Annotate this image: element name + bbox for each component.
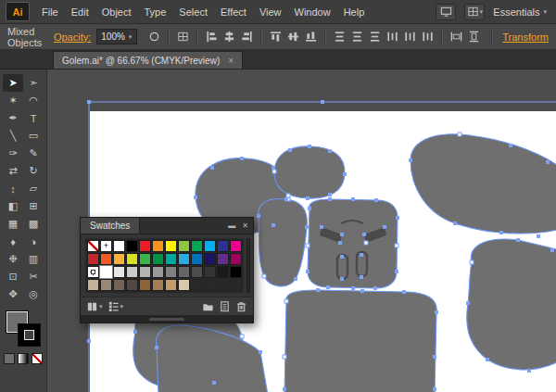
new-swatch-icon[interactable] (219, 300, 231, 312)
none-button[interactable] (32, 353, 43, 364)
menu-view[interactable]: View (253, 4, 288, 20)
opacity-link[interactable]: Opacity: (54, 32, 91, 43)
menu-help[interactable]: Help (337, 4, 372, 20)
panel-collapse-icon[interactable]: ▬ (228, 221, 235, 230)
style-circle-icon[interactable] (146, 29, 162, 44)
swatch-1-2[interactable] (113, 253, 125, 265)
arrange-documents-icon[interactable] (436, 4, 456, 20)
shape-builder-tool[interactable]: ◧ (3, 197, 23, 215)
scale-tool[interactable]: ↕ (3, 180, 23, 197)
blend-tool[interactable]: ◑ (23, 233, 44, 250)
swatch-1-1[interactable] (100, 253, 112, 265)
panel-close-icon[interactable]: ✕ (242, 221, 248, 230)
swatch-2-4[interactable] (139, 266, 151, 278)
slice-tool[interactable]: ✂ (23, 268, 44, 285)
swatch-0-4[interactable] (139, 240, 151, 252)
align-left-icon[interactable] (204, 29, 220, 44)
swatches-panel-titlebar[interactable]: Swatches ▬ ✕ (81, 218, 253, 234)
swatch-2-6[interactable] (165, 266, 177, 278)
swatch-0-11[interactable] (230, 240, 242, 252)
swatch-3-6[interactable] (165, 279, 177, 291)
rotate-tool[interactable]: ↻ (23, 162, 44, 180)
delete-swatch-icon[interactable] (235, 300, 247, 312)
swatch-3-4[interactable] (139, 279, 151, 291)
dist-right-icon[interactable] (420, 29, 436, 44)
dist-bottom-icon[interactable] (367, 29, 383, 44)
dist-center-v-icon[interactable] (349, 29, 365, 44)
swatch-0-8[interactable] (191, 240, 203, 252)
document-tab[interactable]: Golem.ai* @ 66.67% (CMYK/Preview) × (53, 51, 243, 69)
swatch-2-0[interactable] (87, 266, 99, 278)
lasso-tool[interactable]: ◠ (23, 92, 44, 109)
dist-center-h-icon[interactable] (402, 29, 418, 44)
swatch-0-1[interactable]: + (100, 240, 112, 252)
align-bottom-icon[interactable] (303, 29, 319, 44)
align-center-h-icon[interactable] (221, 29, 237, 44)
swatch-1-4[interactable] (139, 253, 151, 265)
shape-width-icon[interactable] (449, 29, 464, 44)
swatch-1-11[interactable] (230, 253, 242, 265)
swatch-3-5[interactable] (152, 279, 164, 291)
menu-select[interactable]: Select (172, 4, 214, 20)
stroke-swatch[interactable] (19, 324, 40, 346)
width-tool[interactable]: ⇄ (3, 162, 23, 180)
swatch-0-0[interactable] (87, 240, 99, 252)
shape-height-icon[interactable] (466, 29, 482, 44)
swatch-1-0[interactable] (87, 253, 99, 265)
menu-object[interactable]: Object (95, 4, 138, 20)
dist-left-icon[interactable] (385, 29, 400, 44)
swatch-2-2[interactable] (113, 266, 125, 278)
menu-type[interactable]: Type (138, 4, 173, 20)
eyedropper-tool[interactable]: ♦ (3, 233, 23, 250)
doc-grid-icon[interactable] (175, 29, 191, 44)
align-middle-icon[interactable] (285, 29, 301, 44)
swatch-2-7[interactable] (178, 266, 190, 278)
swatch-libraries-menu-icon[interactable]: ▾ (86, 300, 103, 312)
swatches-panel-tab[interactable]: Swatches (81, 218, 140, 234)
menu-window[interactable]: Window (288, 4, 337, 20)
swatch-2-1[interactable] (100, 266, 112, 278)
swatch-1-9[interactable] (204, 253, 216, 265)
transform-link[interactable]: Transform (502, 32, 549, 43)
align-top-icon[interactable] (268, 29, 284, 44)
new-color-group-icon[interactable] (202, 300, 214, 312)
menu-file[interactable]: File (35, 4, 65, 20)
swatch-kinds-menu-icon[interactable]: ▾ (107, 300, 124, 312)
magic-wand-tool[interactable]: ✶ (3, 92, 23, 109)
align-right-icon[interactable] (239, 29, 255, 44)
canvas[interactable]: Swatches ▬ ✕ + ▾▾ (47, 70, 556, 392)
opacity-input[interactable]: 100% ▾ (96, 29, 137, 44)
zoom-tool[interactable]: ◎ (23, 285, 44, 303)
rectangle-tool[interactable]: ▭ (23, 127, 44, 145)
type-tool[interactable]: T (23, 109, 44, 127)
swatch-0-5[interactable] (152, 240, 164, 252)
swatch-0-3[interactable] (126, 240, 138, 252)
close-icon[interactable]: × (228, 56, 234, 66)
free-transform-tool[interactable]: ▱ (23, 180, 44, 197)
swatch-3-1[interactable] (100, 279, 112, 291)
panel-resize-bar[interactable] (81, 315, 253, 322)
pen-tool[interactable]: ✒ (3, 109, 23, 127)
swatch-2-9[interactable] (204, 266, 216, 278)
menu-effect[interactable]: Effect (214, 4, 253, 20)
swatch-1-10[interactable] (217, 253, 229, 265)
swatch-2-10[interactable] (217, 266, 229, 278)
mesh-tool[interactable]: ▦ (3, 215, 23, 233)
symbol-sprayer-tool[interactable]: ❉ (3, 250, 23, 268)
pencil-tool[interactable]: ✎ (23, 145, 44, 162)
dist-top-icon[interactable] (332, 29, 348, 44)
direct-selection-tool[interactable]: ➣ (23, 74, 44, 92)
perspective-grid-tool[interactable]: ⊞ (23, 197, 44, 215)
swatch-3-2[interactable] (113, 279, 125, 291)
swatch-3-3[interactable] (126, 279, 138, 291)
column-graph-tool[interactable]: ▥ (23, 250, 44, 268)
swatches-scrollbar[interactable] (246, 238, 250, 293)
swatch-0-2[interactable] (113, 240, 125, 252)
swatch-3-0[interactable] (87, 279, 99, 291)
swatch-0-9[interactable] (204, 240, 216, 252)
swatch-1-7[interactable] (178, 253, 190, 265)
hand-tool[interactable]: ✥ (3, 285, 23, 303)
swatch-0-10[interactable] (217, 240, 229, 252)
swatch-1-8[interactable] (191, 253, 203, 265)
line-segment-tool[interactable]: ╲ (3, 127, 23, 145)
